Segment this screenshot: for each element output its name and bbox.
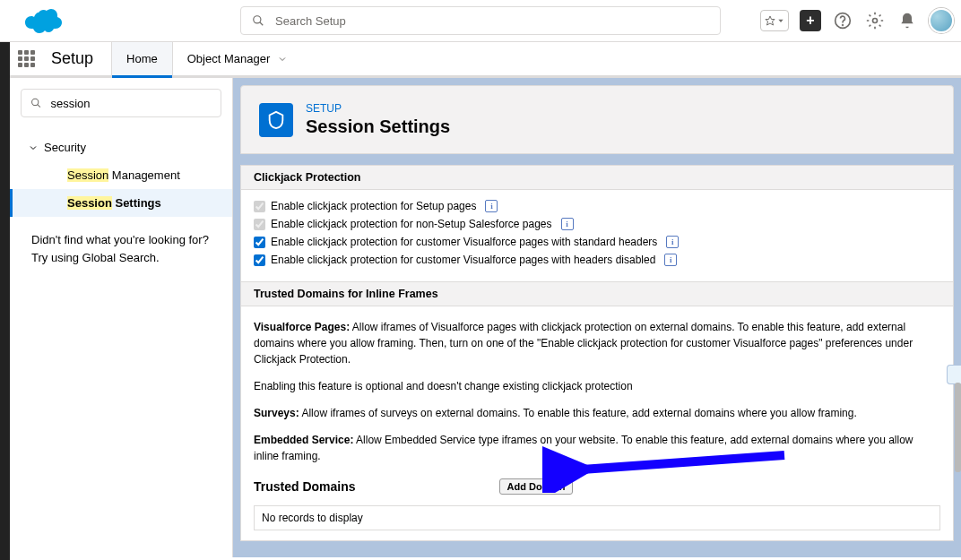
checkbox-setup-pages[interactable]: [254, 201, 265, 212]
app-launcher[interactable]: [10, 42, 42, 75]
search-icon: [30, 97, 41, 109]
main: Security Session Management Session Sett…: [0, 78, 961, 557]
shield-icon: [266, 110, 286, 130]
section-trusted-heading: Trusted Domains for Inline Frames: [241, 281, 953, 306]
setup-tree: Security Session Management Session Sett…: [10, 78, 233, 557]
checkbox-row: Enable clickjack protection for non-Setu…: [254, 215, 940, 233]
tab-home[interactable]: Home: [111, 42, 172, 75]
settings-panel: Clickjack Protection Enable clickjack pr…: [240, 165, 954, 541]
chevron-down-icon: [777, 17, 784, 24]
help-button[interactable]: [832, 10, 853, 31]
app-name: Setup: [51, 42, 111, 75]
checkbox-vf-standard-headers[interactable]: [254, 237, 265, 248]
global-actions-button[interactable]: +: [800, 10, 821, 31]
no-results-hint: Didn't find what you're looking for? Try…: [10, 217, 232, 280]
trusted-domains-header: Trusted Domains Add Domain: [254, 470, 940, 500]
info-icon[interactable]: i: [664, 254, 677, 266]
svg-point-6: [873, 19, 878, 23]
section-clickjack-heading: Clickjack Protection: [241, 166, 953, 190]
empty-table-message: No records to display: [254, 505, 940, 530]
tab-object-manager[interactable]: Object Manager: [172, 42, 296, 75]
notifications-button[interactable]: [896, 10, 918, 31]
tree-item-session-settings[interactable]: Session Settings: [10, 189, 232, 217]
search-icon: [252, 14, 264, 27]
help-text: Surveys: Allow iframes of surveys on ext…: [254, 400, 940, 426]
global-header: Search Setup +: [0, 0, 961, 42]
add-domain-button[interactable]: Add Domain: [499, 478, 574, 495]
checkbox-row: Enable clickjack protection for customer…: [254, 251, 940, 269]
content-area: SETUP Session Settings Clickjack Protect…: [233, 78, 961, 557]
favorites-button[interactable]: [760, 10, 789, 31]
tree-item-session-management[interactable]: Session Management: [10, 161, 232, 189]
svg-marker-2: [766, 16, 775, 25]
scrollbar-thumb[interactable]: [955, 383, 961, 472]
search-placeholder: Search Setup: [275, 14, 346, 28]
svg-point-0: [254, 16, 261, 23]
info-icon[interactable]: i: [561, 218, 574, 230]
svg-marker-3: [778, 20, 783, 22]
waffle-icon: [18, 50, 35, 67]
tree-node-security[interactable]: Security: [10, 134, 232, 161]
chevron-down-icon: [277, 54, 288, 65]
bell-icon: [898, 12, 916, 30]
gear-icon: [866, 12, 884, 30]
chevron-down-icon: [28, 142, 39, 153]
global-search[interactable]: Search Setup: [240, 6, 721, 35]
info-icon[interactable]: i: [666, 236, 679, 248]
section-clickjack-body: Enable clickjack protection for Setup pa…: [241, 190, 953, 281]
salesforce-logo[interactable]: [20, 6, 65, 35]
page-header-text: SETUP Session Settings: [306, 102, 450, 137]
svg-line-8: [38, 105, 40, 108]
checkbox-row: Enable clickjack protection for Setup pa…: [254, 197, 940, 215]
user-avatar[interactable]: [929, 8, 954, 33]
star-icon: [765, 15, 775, 26]
help-text: Embedded Service: Allow Embedded Service…: [254, 426, 940, 470]
setup-gear-button[interactable]: [864, 10, 886, 31]
page-header-icon: [259, 103, 293, 137]
question-icon: [834, 12, 852, 30]
page-title: Session Settings: [306, 116, 450, 137]
help-text: Visualforce Pages: Allow iframes of Visu…: [254, 314, 940, 373]
svg-point-5: [843, 25, 844, 26]
checkbox-nonsetup-pages[interactable]: [254, 219, 265, 230]
help-text: Enabling this feature is optional and do…: [254, 373, 940, 400]
app-nav: Setup Home Object Manager: [0, 42, 961, 78]
quick-find[interactable]: [21, 89, 221, 117]
checkbox-row: Enable clickjack protection for customer…: [254, 233, 940, 251]
trusted-domains-title: Trusted Domains: [254, 479, 356, 494]
page-header: SETUP Session Settings: [240, 85, 954, 154]
header-actions: +: [760, 8, 954, 33]
side-panel-toggle[interactable]: [947, 365, 961, 384]
info-icon[interactable]: i: [485, 200, 498, 212]
svg-line-1: [260, 22, 264, 26]
checkbox-vf-headers-disabled[interactable]: [254, 254, 265, 266]
svg-point-7: [32, 99, 39, 105]
section-trusted-body: Visualforce Pages: Allow iframes of Visu…: [241, 306, 953, 541]
page-eyebrow: SETUP: [306, 102, 450, 115]
quick-find-input[interactable]: [50, 97, 212, 110]
